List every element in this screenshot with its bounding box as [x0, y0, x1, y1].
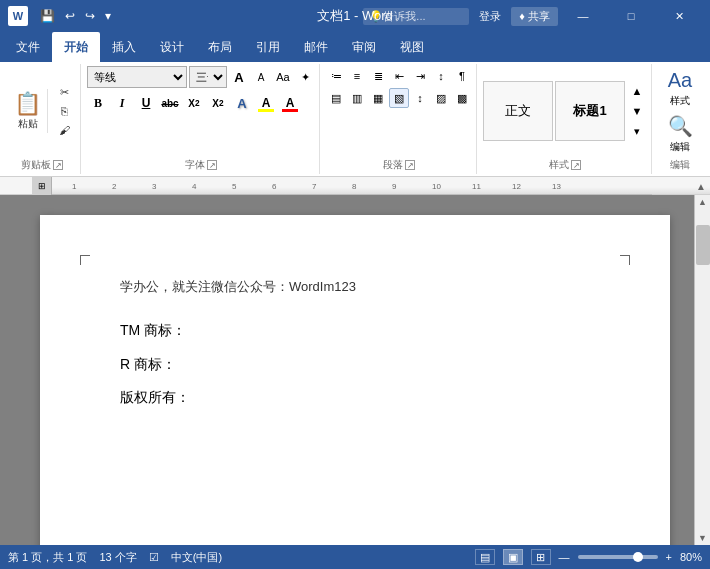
style-heading1[interactable]: 标题1 — [555, 81, 625, 141]
quick-undo-button[interactable]: ↩ — [61, 7, 79, 25]
page-info: 第 1 页，共 1 页 — [8, 550, 87, 565]
clipboard-expand-icon[interactable]: ↗ — [53, 160, 63, 170]
paste-button[interactable]: 📋 粘贴 — [8, 89, 48, 133]
print-layout-view-button[interactable]: ▤ — [475, 549, 495, 565]
styles-up-button[interactable]: ▲ — [627, 81, 647, 101]
change-case-button[interactable]: Aa — [273, 67, 293, 87]
find-replace-button[interactable]: 🔍 编辑 — [658, 112, 702, 156]
scroll-wrapper: 学办公，就关注微信公众号：WordIm123 TM 商标： R 商标： 版权所有… — [0, 195, 710, 545]
title-bar-left: W 💾 ↩ ↪ ▾ — [8, 6, 115, 26]
svg-text:7: 7 — [312, 182, 317, 191]
font-color-button[interactable]: A — [279, 92, 301, 114]
text-effect-button[interactable]: A — [231, 92, 253, 114]
font-face-select[interactable]: 等线 — [87, 66, 187, 88]
highlight-color-button[interactable]: A — [255, 92, 277, 114]
styles-down-button[interactable]: ▼ — [627, 101, 647, 121]
corner-tr — [620, 255, 630, 265]
svg-text:2: 2 — [112, 182, 117, 191]
shading-button[interactable]: ▨ — [431, 88, 451, 108]
svg-text:13: 13 — [552, 182, 561, 191]
tab-references[interactable]: 引用 — [244, 32, 292, 62]
bullets-button[interactable]: ≔ — [326, 66, 346, 86]
tab-layout[interactable]: 布局 — [196, 32, 244, 62]
font-size-select[interactable]: 三号 — [189, 66, 227, 88]
bold-button[interactable]: B — [87, 92, 109, 114]
vertical-scrollbar[interactable]: ▲ ▼ — [694, 195, 710, 545]
increase-indent-button[interactable]: ⇥ — [410, 66, 430, 86]
tab-design[interactable]: 设计 — [148, 32, 196, 62]
tab-mailings[interactable]: 邮件 — [292, 32, 340, 62]
editing-group: Aa 样式 🔍 编辑 编辑 — [654, 64, 706, 174]
justify-button[interactable]: ▧ — [389, 88, 409, 108]
font-size-decrease-button[interactable]: A — [251, 67, 271, 87]
tab-review[interactable]: 审阅 — [340, 32, 388, 62]
tab-file[interactable]: 文件 — [4, 32, 52, 62]
underline-button[interactable]: U — [135, 92, 157, 114]
spell-check-icon: ☑ — [149, 551, 159, 564]
web-layout-view-button[interactable]: ⊞ — [531, 549, 551, 565]
font-expand-icon[interactable]: ↗ — [207, 160, 217, 170]
cut-button[interactable]: ✂ — [52, 83, 76, 101]
scroll-down-arrow[interactable]: ▼ — [696, 531, 710, 545]
svg-text:10: 10 — [432, 182, 441, 191]
align-left-button[interactable]: ▤ — [326, 88, 346, 108]
numbering-button[interactable]: ≡ — [347, 66, 367, 86]
line-copyright: 版权所有： — [120, 385, 590, 410]
font-size-increase-button[interactable]: A — [229, 67, 249, 87]
tab-start[interactable]: 开始 — [52, 32, 100, 62]
copy-button[interactable]: ⎘ — [52, 102, 76, 120]
align-right-button[interactable]: ▦ — [368, 88, 388, 108]
italic-button[interactable]: I — [111, 92, 133, 114]
ribbon-tabs: 文件 开始 插入 设计 布局 引用 邮件 审阅 视图 — [0, 32, 710, 62]
page-content[interactable]: 学办公，就关注微信公众号：WordIm123 TM 商标： R 商标： 版权所有… — [120, 275, 590, 410]
scroll-up-button[interactable]: ▲ — [692, 177, 710, 195]
read-mode-view-button[interactable]: ▣ — [503, 549, 523, 565]
svg-text:9: 9 — [392, 182, 397, 191]
zoom-plus-button[interactable]: + — [666, 551, 672, 563]
quick-save-button[interactable]: 💾 — [36, 7, 59, 25]
svg-text:6: 6 — [272, 182, 277, 191]
styles-pane-icon: Aa — [668, 69, 692, 92]
line-spacing-button[interactable]: ↕ — [410, 88, 430, 108]
align-center-button[interactable]: ▥ — [347, 88, 367, 108]
tell-me-input[interactable] — [383, 10, 463, 22]
subscript-button[interactable]: X2 — [183, 92, 205, 114]
horizontal-ruler: 1 2 3 4 5 6 7 8 9 10 11 12 13 — [52, 177, 710, 194]
quick-more-button[interactable]: ▾ — [101, 7, 115, 25]
format-painter-button[interactable]: 🖌 — [52, 121, 76, 139]
svg-text:8: 8 — [352, 182, 357, 191]
multilevel-list-button[interactable]: ≣ — [368, 66, 388, 86]
zoom-minus-button[interactable]: — — [559, 551, 570, 563]
document-page: 学办公，就关注微信公众号：WordIm123 TM 商标： R 商标： 版权所有… — [40, 215, 670, 545]
zoom-slider[interactable] — [578, 555, 658, 559]
style-normal[interactable]: 正文 — [483, 81, 553, 141]
styles-more-button[interactable]: ▾ — [627, 121, 647, 141]
share-button[interactable]: ♦ 共享 — [511, 7, 558, 26]
sort-button[interactable]: ↕ — [431, 66, 451, 86]
svg-text:3: 3 — [152, 182, 157, 191]
login-button[interactable]: 登录 — [479, 9, 501, 24]
clipboard-group: 📋 粘贴 ✂ ⎘ 🖌 剪贴板 ↗ — [4, 64, 81, 174]
scroll-thumb[interactable] — [696, 225, 710, 265]
quick-redo-button[interactable]: ↪ — [81, 7, 99, 25]
language: 中文(中国) — [171, 550, 222, 565]
styles-pane-button[interactable]: Aa 样式 — [658, 66, 702, 110]
show-marks-button[interactable]: ¶ — [452, 66, 472, 86]
tab-insert[interactable]: 插入 — [100, 32, 148, 62]
zoom-handle[interactable] — [633, 552, 643, 562]
clear-format-button[interactable]: ✦ — [295, 67, 315, 87]
decrease-indent-button[interactable]: ⇤ — [389, 66, 409, 86]
minimize-button[interactable]: — — [560, 0, 606, 32]
scroll-up-arrow[interactable]: ▲ — [696, 195, 710, 209]
ruler-toggle-button[interactable]: ⊞ — [32, 177, 52, 195]
borders-button[interactable]: ▩ — [452, 88, 472, 108]
close-button[interactable]: ✕ — [656, 0, 702, 32]
strikethrough-button[interactable]: abc — [159, 92, 181, 114]
superscript-button[interactable]: X2 — [207, 92, 229, 114]
restore-button[interactable]: □ — [608, 0, 654, 32]
tab-view[interactable]: 视图 — [388, 32, 436, 62]
title-bar-right: 💡 登录 ♦ 共享 — □ ✕ — [363, 0, 702, 32]
styles-expand-icon[interactable]: ↗ — [571, 160, 581, 170]
line-r: R 商标： — [120, 352, 590, 377]
paragraph-expand-icon[interactable]: ↗ — [405, 160, 415, 170]
